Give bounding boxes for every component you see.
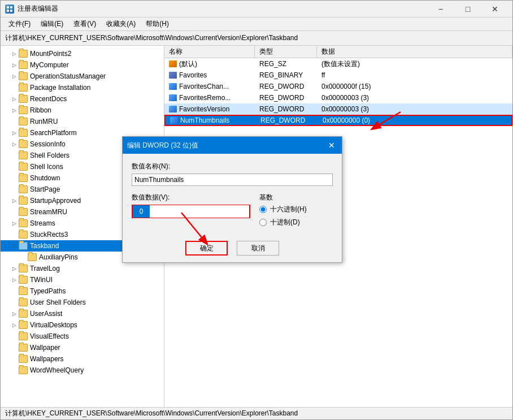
dialog-cancel-button[interactable]: 取消 <box>237 241 279 256</box>
radio-hex-text: 十六进制(H) <box>270 205 307 214</box>
dialog-name-label: 数值名称(N): <box>132 162 333 171</box>
dialog-value-input[interactable] <box>150 205 249 218</box>
radio-hex[interactable] <box>259 206 267 213</box>
dialog-close-button[interactable]: ✕ <box>326 140 337 151</box>
dialog-ok-button[interactable]: 确定 <box>185 241 228 256</box>
main-window: 注册表编辑器 − □ ✕ 文件(F) 编辑(E) 查看(V) 收藏夹(A) 帮助… <box>0 0 513 420</box>
value-input-box: 0 <box>132 205 250 218</box>
radio-dec-label[interactable]: 十进制(D) <box>259 218 333 227</box>
dialog-buttons: 确定 取消 <box>132 236 333 256</box>
dialog-title-bar: 编辑 DWORD (32 位)值 ✕ <box>123 137 342 154</box>
dialog-value-row: 数值数据(V): 0 基数 十六进制(H) <box>132 193 333 227</box>
dialog-name-input[interactable] <box>132 174 333 186</box>
dialog-body: 数值名称(N): 数值数据(V): 0 基数 <box>123 154 342 262</box>
radio-dec-text: 十进制(D) <box>270 218 300 227</box>
dialog-value-label: 数值数据(V): <box>132 193 250 202</box>
value-cursor: 0 <box>133 205 150 218</box>
radio-group: 十六进制(H) 十进制(D) <box>259 205 333 227</box>
dialog-title: 编辑 DWORD (32 位)值 <box>127 141 198 150</box>
radio-dec[interactable] <box>259 219 267 226</box>
value-section: 数值数据(V): 0 <box>132 193 250 218</box>
radio-hex-label[interactable]: 十六进制(H) <box>259 205 333 214</box>
dialog-base-label: 基数 <box>259 193 333 202</box>
base-section: 基数 十六进制(H) 十进制(D) <box>259 193 333 227</box>
dialog-edit-dword: 编辑 DWORD (32 位)值 ✕ 数值名称(N): 数值数据(V): 0 <box>122 136 342 263</box>
dialog-overlay: 编辑 DWORD (32 位)值 ✕ 数值名称(N): 数值数据(V): 0 <box>1 1 512 419</box>
